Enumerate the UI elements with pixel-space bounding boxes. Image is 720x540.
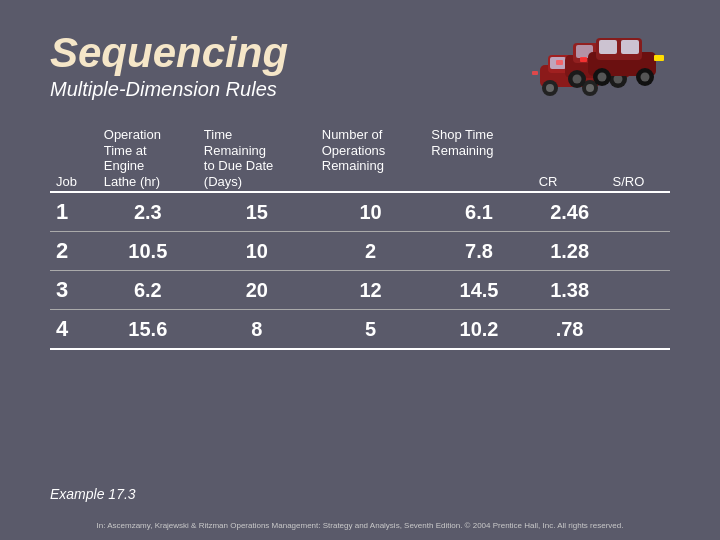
table-section: Job Operation Time at Engine Lathe (hr) … [50,125,670,350]
header-cr: CR [533,125,607,192]
data-table: Job Operation Time at Engine Lathe (hr) … [50,125,670,350]
cell-cr: .78 [533,310,607,350]
cell-op-time: 10.5 [98,232,198,271]
cell-time-rem: 8 [198,310,316,350]
cell-num-ops: 2 [316,232,426,271]
cell-op-time: 15.6 [98,310,198,350]
svg-rect-23 [621,40,639,54]
table-row: 4 15.6 8 5 10.2 .78 [50,310,670,350]
cell-shop-time: 14.5 [425,271,532,310]
page-title: Sequencing [50,30,510,76]
svg-rect-22 [599,40,617,54]
cell-job: 1 [50,192,98,232]
svg-point-27 [641,73,650,82]
example-label: Example 17.3 [50,486,136,502]
cell-op-time: 6.2 [98,271,198,310]
svg-rect-28 [654,55,664,61]
cell-op-time: 2.3 [98,192,198,232]
cell-num-ops: 12 [316,271,426,310]
svg-rect-29 [580,57,587,62]
cell-num-ops: 10 [316,192,426,232]
cell-time-rem: 20 [198,271,316,310]
cell-shop-time: 10.2 [425,310,532,350]
header-area: Sequencing Multiple-Dimension Rules [50,30,670,110]
header-job: Job [50,125,98,192]
table-row: 1 2.3 15 10 6.1 2.46 [50,192,670,232]
table-row: 3 6.2 20 12 14.5 1.38 [50,271,670,310]
car-icon-area [510,30,670,110]
cars-icon [510,30,670,105]
svg-point-5 [546,84,554,92]
cell-time-rem: 10 [198,232,316,271]
cell-cr: 1.28 [533,232,607,271]
svg-rect-19 [556,60,563,65]
cell-job: 3 [50,271,98,310]
cell-cr: 1.38 [533,271,607,310]
header-shop-time: Shop Time Remaining [425,125,532,192]
header-sro: S/RO [607,125,671,192]
title-block: Sequencing Multiple-Dimension Rules [50,30,510,101]
header-time-remaining: Time Remaining to Due Date (Days) [198,125,316,192]
table-header-row: Job Operation Time at Engine Lathe (hr) … [50,125,670,192]
cell-job: 4 [50,310,98,350]
page-subtitle: Multiple-Dimension Rules [50,78,510,101]
footer-text: In: Ascemzamy, Krajewski & Ritzman Opera… [0,521,720,530]
header-num-ops: Number of Operations Remaining [316,125,426,192]
svg-point-25 [598,73,607,82]
svg-point-7 [586,84,594,92]
cell-sro [607,271,671,310]
svg-rect-9 [532,71,538,75]
cell-time-rem: 15 [198,192,316,232]
cell-shop-time: 7.8 [425,232,532,271]
cell-num-ops: 5 [316,310,426,350]
cell-cr: 2.46 [533,192,607,232]
cell-sro [607,192,671,232]
cell-sro [607,232,671,271]
cell-sro [607,310,671,350]
cell-shop-time: 6.1 [425,192,532,232]
main-container: Sequencing Multiple-Dimension Rules [0,0,720,540]
cell-job: 2 [50,232,98,271]
table-row: 2 10.5 10 2 7.8 1.28 [50,232,670,271]
header-op-time: Operation Time at Engine Lathe (hr) [98,125,198,192]
svg-point-15 [573,75,582,84]
